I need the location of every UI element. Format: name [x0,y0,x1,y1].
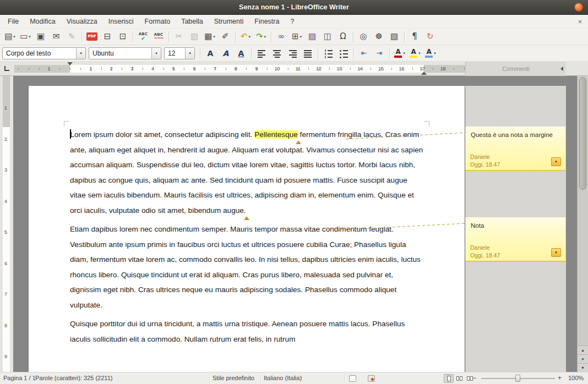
chevron-down-icon[interactable]: ▾ [418,51,421,56]
zoom-slider-thumb[interactable] [515,375,520,382]
navigator-button[interactable]: ☸ [372,30,386,43]
right-indent-marker[interactable] [421,72,427,75]
view-multiple-pages-button[interactable] [454,374,464,383]
chevron-down-icon[interactable]: ▾ [264,35,266,39]
next-page-button[interactable]: ▼ [578,363,588,372]
scrollbar-thumb[interactable] [579,77,586,190]
special-character-button[interactable]: Ω [336,30,350,43]
page-style-status[interactable]: Stile predefinito [213,375,254,381]
language-status[interactable]: Italiano (Italia) [264,375,302,381]
document-text[interactable]: Lorem ipsum dolor sit amet, consectetur … [70,127,424,350]
close-document-button[interactable]: × [575,17,585,26]
menu-tabella[interactable]: Tabella [176,15,209,28]
window-title: Senza nome 1 - LibreOffice Writer [239,3,349,11]
highlighting-button[interactable]: A▾ [408,47,422,60]
chevron-down-icon[interactable]: ▾ [249,35,251,39]
align-left-button[interactable] [254,47,269,60]
vertical-ruler[interactable]: 123456789 [0,76,13,372]
ruler-number: 2 [110,66,113,72]
edit-mode-icon: ✎ [68,32,75,41]
page[interactable]: Lorem ipsum dolor sit amet, consectetur … [29,86,465,372]
new-document-button[interactable]: ▤▾ [3,30,17,43]
decrease-indent-button[interactable]: ⇤ [357,47,371,60]
font-name-combo[interactable]: Ubuntu▾ [89,47,161,59]
font-name-combo-value: Ubuntu [89,50,151,57]
insert-image-button[interactable]: ▨ [305,30,319,43]
align-right-button[interactable] [285,47,300,60]
italic-button[interactable]: A [219,47,233,60]
numbered-list-button[interactable] [321,47,335,60]
chevron-down-icon[interactable]: ▾ [213,35,215,39]
redo-button[interactable]: ↷▾ [254,30,268,43]
underline-button[interactable]: A [234,47,248,60]
paste-button[interactable]: ▦▾ [203,30,217,43]
align-center-button[interactable] [270,47,284,60]
menu-file[interactable]: File [2,15,24,28]
zoom-level-status[interactable]: 100% [568,375,584,381]
note-menu-button[interactable]: ▾ [551,248,561,257]
chevron-down-icon[interactable]: ▾ [29,35,31,39]
view-single-page-button[interactable] [444,374,454,383]
bullet-list-button[interactable] [336,47,351,60]
tab-stop-selector-icon[interactable] [4,66,9,71]
vertical-scrollbar[interactable]: ▲ ● ▼ [577,76,588,372]
chevron-down-icon[interactable]: ▾ [434,51,436,56]
open-button[interactable]: ▭▾ [18,30,32,43]
left-indent-marker[interactable] [67,62,73,65]
comment-highlight[interactable]: Pellentesque [254,130,298,139]
bold-button[interactable]: A [203,47,217,60]
spelling-button[interactable]: ABC [136,30,150,43]
formatting-marks-button[interactable]: ¶ [407,30,422,43]
selection-mode-indicator[interactable] [349,375,356,382]
font-color-icon: A [394,48,402,58]
chevron-down-icon[interactable]: ▾ [76,48,85,59]
clone-formatting-button[interactable]: ✐ [218,30,232,43]
background-color-button[interactable]: A▾ [423,47,438,60]
menu-formato[interactable]: Formato [139,15,176,28]
auto-spellcheck-button[interactable]: ABC [151,30,166,43]
undo-button[interactable]: ↶▾ [238,30,253,43]
insert-chart-button[interactable]: ◫ [320,30,335,43]
margin-note[interactable]: Questa è una nota a margineDanieleOggi, … [465,127,565,171]
update-libreoffice-button[interactable]: ↻ [423,30,437,43]
print-button[interactable]: ⊟ [100,30,115,43]
ruler-number: 5 [4,229,7,235]
zoom-in-button[interactable]: + [558,374,562,382]
document-modified-indicator[interactable] [368,375,375,382]
menu-inserisci[interactable]: Inserisci [103,15,139,28]
note-menu-button[interactable]: ▾ [551,157,561,166]
chevron-down-icon[interactable]: ▾ [151,48,161,59]
navigate-by-button[interactable]: ● [578,354,588,363]
menu-modifica[interactable]: Modifica [24,15,61,28]
find-replace-button[interactable]: ◎ [356,30,371,43]
menu-help[interactable]: ? [285,15,300,28]
zoom-out-button[interactable]: − [472,374,476,382]
previous-page-button[interactable]: ▲ [578,345,588,354]
insert-table-button[interactable]: ⊞▾ [290,30,304,43]
horizontal-ruler[interactable]: 1123456789101112131415161718 [14,62,465,76]
export-pdf-button[interactable]: PDF [85,30,99,43]
menu-visualizza[interactable]: Visualizza [61,15,103,28]
align-justify-button[interactable] [301,47,315,60]
chevron-down-icon[interactable]: ▾ [185,48,194,59]
increase-indent-button[interactable]: ⇥ [372,47,386,60]
save-button[interactable]: ▣ [34,30,48,43]
menu-strumenti[interactable]: Strumenti [209,15,249,28]
chevron-down-icon[interactable]: ▾ [403,51,405,56]
margin-note[interactable]: NotaDanieleOggi, 18.47▾ [465,217,565,262]
hyperlink-button[interactable]: ∞ [274,30,288,43]
word-count-status[interactable]: Parole (caratteri): 325 (2211) [35,375,112,381]
collapse-comments-icon[interactable] [560,67,563,71]
comments-column-header[interactable]: Commenti [465,62,566,76]
gallery-button[interactable]: ▧ [387,30,401,43]
paragraph-style-combo[interactable]: Corpo del testo▾ [2,47,86,59]
chevron-down-icon[interactable]: ▾ [300,35,302,39]
chevron-down-icon[interactable]: ▾ [13,35,15,39]
font-color-button[interactable]: A▾ [393,47,407,60]
email-button[interactable]: ✉ [49,30,63,43]
font-size-combo[interactable]: 12▾ [164,47,195,59]
menu-finestra[interactable]: Finestra [249,15,285,28]
window-control-button[interactable] [574,3,583,12]
print-preview-button[interactable]: ⊡ [116,30,130,43]
page-count-status[interactable]: Pagina 1 / 1 [3,375,36,381]
